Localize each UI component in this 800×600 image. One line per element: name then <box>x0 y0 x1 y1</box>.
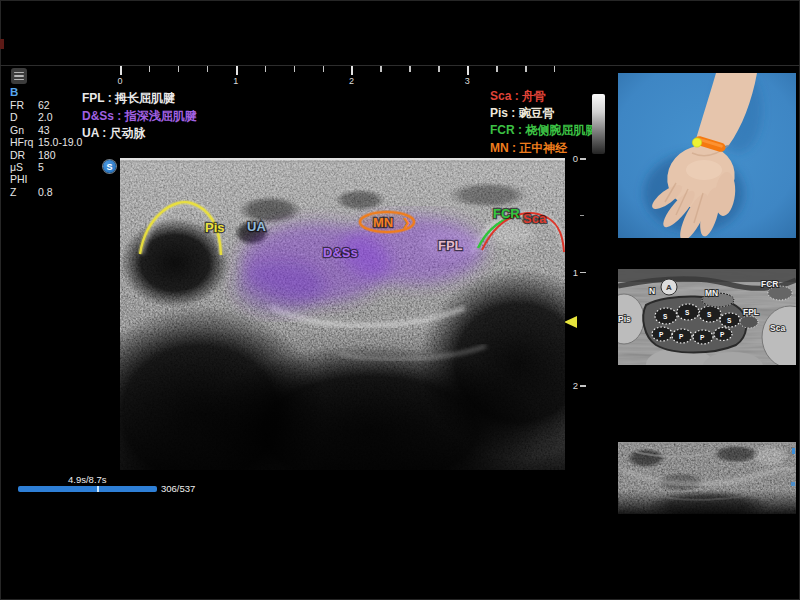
ruler-tick <box>236 66 238 75</box>
ruler-tick <box>323 66 325 72</box>
cine-progress-bar[interactable] <box>18 486 157 492</box>
legend-left: FPL : 拇长屈肌腱 D&Ss : 指深浅屈肌腱 UA : 尺动脉 <box>82 90 197 143</box>
ruler-tick <box>554 66 556 72</box>
ruler-right-label: 0 <box>566 153 578 164</box>
legend-right: Sca : 舟骨 Pis : 豌豆骨 FCR : 桡侧腕屈肌腱 MN : 正中神… <box>490 88 597 157</box>
diagram-label-pis: Pis <box>618 314 631 324</box>
label-sca: Sca <box>523 211 547 226</box>
label-mn: MN <box>373 215 393 230</box>
legend-item-dss: D&Ss : 指深浅屈肌腱 <box>82 108 197 126</box>
ruler-top-label: 1 <box>233 76 238 86</box>
ruler-tick <box>580 385 586 387</box>
label-fpl: FPL <box>438 238 463 253</box>
label-mn-arrow: ❯ <box>402 217 410 229</box>
vendor-logo: S <box>103 160 116 173</box>
legend-item-fcr: FCR : 桡侧腕屈肌腱 <box>490 122 597 139</box>
ruler-tick <box>149 66 151 72</box>
label-fcr: FCR <box>493 206 520 221</box>
ruler-tick <box>178 66 180 72</box>
param-row-phi: PHI <box>10 173 110 185</box>
svg-text:S: S <box>727 317 732 324</box>
param-row-dr: DR180 <box>10 149 110 161</box>
ruler-tick <box>409 66 411 72</box>
legend-item-ua: UA : 尺动脉 <box>82 125 197 143</box>
svg-text:P: P <box>679 333 684 340</box>
diagram-label-fpl: FPL <box>743 307 759 317</box>
ruler-tick <box>496 66 498 72</box>
ruler-tick <box>120 66 122 75</box>
thumb-depth-marker <box>792 448 795 454</box>
ruler-tick <box>580 158 586 160</box>
svg-text:S: S <box>663 313 668 320</box>
ruler-tick <box>580 215 584 217</box>
ruler-tick <box>438 66 440 72</box>
grayscale-bar <box>592 94 605 154</box>
ruler-tick <box>467 66 469 75</box>
diagram-label-n: N <box>649 286 655 296</box>
ruler-tick <box>525 66 527 72</box>
ultrasound-main-image[interactable]: Pis UA D&Ss MN ❯ FPL FCR Sca <box>120 158 565 470</box>
ruler-tick <box>351 66 353 75</box>
diagram-label-fcr: FCR <box>761 279 778 289</box>
svg-text:P: P <box>659 331 664 338</box>
ruler-top-label: 3 <box>465 76 470 86</box>
ruler-right-label: 1 <box>566 267 578 278</box>
cine-frame-label: 306/537 <box>161 483 195 494</box>
ultrasound-app-window: B FR62 D2.0 Gn43 HFrq15.0-19.0 DR180 μS5… <box>0 0 800 600</box>
ruler-tick <box>265 66 267 72</box>
edge-notch <box>0 39 4 49</box>
legend-item-mn: MN : 正中神经 <box>490 140 597 157</box>
fpl-tendon <box>740 316 758 328</box>
ruler-tick <box>580 272 586 274</box>
diagram-label-sca: Sca <box>770 323 785 333</box>
ruler-tick <box>207 66 209 72</box>
label-dss: D&Ss <box>323 245 358 260</box>
param-row-us: μS5 <box>10 161 110 173</box>
focus-marker-arrow[interactable] <box>564 316 577 328</box>
menu-icon <box>14 72 24 74</box>
hand-position-reference-photo[interactable] <box>618 73 796 238</box>
label-pis: Pis <box>205 220 225 235</box>
ruler-top-label: 2 <box>349 76 354 86</box>
cine-time-label: 4.9s/8.7s <box>68 474 107 485</box>
param-row-z: Z0.8 <box>10 186 110 198</box>
svg-text:P: P <box>720 331 725 338</box>
menu-button[interactable] <box>11 68 27 84</box>
svg-text:P: P <box>700 334 705 341</box>
diagram-label-a: A <box>666 283 672 292</box>
ruler-top-label: 0 <box>117 76 122 86</box>
svg-text:S: S <box>707 311 712 318</box>
legend-item-sca: Sca : 舟骨 <box>490 88 597 105</box>
diagram-label-mn: MN <box>705 288 718 298</box>
ruler-tick <box>294 66 296 72</box>
legend-item-fpl: FPL : 拇长屈肌腱 <box>82 90 197 108</box>
cine-progress-marker[interactable] <box>97 486 99 492</box>
ruler-tick <box>380 66 382 72</box>
reference-ultrasound-thumbnail[interactable] <box>618 442 796 514</box>
probe-orientation-dot <box>692 138 701 147</box>
anatomy-diagram[interactable]: SS SS PP PP N A MN FCR FPL Pis Sca <box>618 269 796 365</box>
ruler-right-label: 2 <box>566 380 578 391</box>
svg-text:S: S <box>685 309 690 316</box>
legend-item-pis: Pis : 豌豆骨 <box>490 105 597 122</box>
label-ua: UA <box>247 219 266 234</box>
